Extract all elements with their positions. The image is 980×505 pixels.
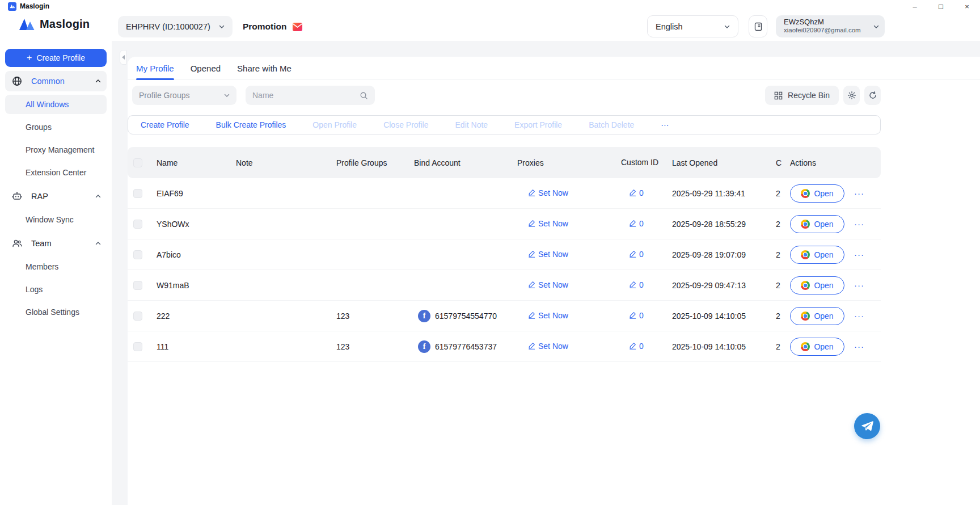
- set-proxy-link[interactable]: Set Now: [528, 250, 568, 259]
- telegram-fab[interactable]: [854, 413, 880, 439]
- sidebar-section-common[interactable]: Common: [5, 71, 107, 91]
- profile-name: A7bico: [148, 250, 227, 259]
- sidebar-item-groups[interactable]: Groups: [5, 117, 107, 137]
- profile-groups-select[interactable]: Profile Groups: [132, 86, 236, 105]
- sidebar-collapse-handle[interactable]: [120, 50, 126, 65]
- row-more-menu[interactable]: ···: [854, 342, 864, 351]
- name-search-input[interactable]: [252, 91, 360, 100]
- toolbar-action-[interactable]: ···: [661, 120, 669, 129]
- toolbar-action-bulk-create-profiles[interactable]: Bulk Create Profiles: [216, 120, 286, 129]
- row-more-menu[interactable]: ···: [854, 219, 864, 229]
- open-profile-button[interactable]: Open: [790, 307, 844, 325]
- custom-id-value: 0: [639, 280, 644, 289]
- close-button[interactable]: ×: [954, 0, 980, 12]
- docs-button[interactable]: [749, 15, 767, 37]
- sidebar-item-proxy-management[interactable]: Proxy Management: [5, 140, 107, 159]
- chrome-icon: [801, 220, 810, 229]
- profile-name: 222: [148, 312, 227, 321]
- custom-id-edit-link[interactable]: 0: [629, 250, 644, 259]
- last-opened-time: 2025-10-09 14:10:05: [664, 312, 768, 321]
- sidebar-item-members[interactable]: Members: [5, 257, 107, 276]
- row-more-menu[interactable]: ···: [854, 250, 864, 259]
- sidebar-section-team[interactable]: Team: [5, 233, 107, 254]
- row-checkbox[interactable]: [133, 189, 142, 198]
- open-profile-button[interactable]: Open: [790, 246, 844, 264]
- sidebar-item-extension-center[interactable]: Extension Center: [5, 163, 107, 182]
- tab-opened[interactable]: Opened: [191, 57, 221, 79]
- profile-name: YShOWx: [148, 220, 227, 229]
- chrome-icon: [801, 281, 810, 290]
- tab-share-with-me[interactable]: Share with Me: [237, 57, 292, 79]
- bulk-actions-toolbar: Create ProfileBulk Create ProfilesOpen P…: [128, 115, 881, 134]
- set-proxy-link[interactable]: Set Now: [528, 342, 568, 351]
- toolbar-action-create-profile[interactable]: Create Profile: [141, 120, 189, 129]
- minimize-button[interactable]: –: [902, 0, 928, 12]
- last-opened-time: 2025-09-28 19:07:09: [664, 250, 768, 259]
- row-more-menu[interactable]: ···: [854, 188, 864, 198]
- custom-id-edit-link[interactable]: 0: [629, 311, 644, 320]
- custom-id-edit-link[interactable]: 0: [629, 342, 644, 351]
- row-more-menu[interactable]: ···: [854, 311, 864, 321]
- row-checkbox[interactable]: [133, 342, 142, 351]
- set-proxy-link[interactable]: Set Now: [528, 311, 568, 320]
- select-all-checkbox[interactable]: [133, 158, 142, 167]
- toolbar-action-batch-delete: Batch Delete: [589, 120, 634, 129]
- promotion-link[interactable]: Promotion: [243, 16, 303, 37]
- sidebar-section-rap[interactable]: RAP: [5, 186, 107, 207]
- maximize-button[interactable]: □: [928, 0, 954, 12]
- user-account-menu[interactable]: EWzSQhzM xiaofei020907@gmail.com: [776, 15, 885, 37]
- chevron-down-icon: [219, 24, 225, 30]
- row-more-menu[interactable]: ···: [854, 280, 864, 290]
- sidebar-item-all-windows[interactable]: All Windows: [5, 95, 107, 114]
- team-selector[interactable]: EHPHRV (ID:1000027): [118, 16, 233, 37]
- row-checkbox[interactable]: [133, 281, 142, 290]
- brand-name: Maslogin: [40, 18, 90, 31]
- profile-name: 111: [148, 342, 227, 351]
- edit-pencil-icon: [629, 281, 636, 288]
- tab-my-profile[interactable]: My Profile: [136, 57, 174, 79]
- custom-id-edit-link[interactable]: 0: [629, 188, 644, 197]
- sidebar-item-global-settings[interactable]: Global Settings: [5, 302, 107, 322]
- sidebar-section-label: Common: [31, 77, 65, 86]
- bind-account: f 61579754554770: [405, 310, 509, 322]
- sidebar-item-window-sync[interactable]: Window Sync: [5, 210, 107, 229]
- open-profile-button[interactable]: Open: [790, 276, 844, 294]
- toolbar-action-open-profile: Open Profile: [312, 120, 357, 129]
- open-profile-button[interactable]: Open: [790, 338, 844, 356]
- row-checkbox[interactable]: [133, 250, 142, 259]
- custom-id-edit-link[interactable]: 0: [629, 219, 644, 228]
- custom-id-value: 0: [639, 311, 644, 320]
- edit-pencil-icon: [528, 312, 535, 319]
- document-icon: [754, 22, 763, 31]
- sidebar-item-logs[interactable]: Logs: [5, 280, 107, 299]
- user-name: EWzSQhzM: [784, 18, 861, 27]
- language-selector[interactable]: English: [647, 15, 738, 37]
- edit-pencil-icon: [629, 189, 636, 196]
- chrome-icon: [801, 250, 810, 259]
- profile-tabs: My ProfileOpenedShare with Me: [128, 57, 980, 80]
- refresh-button[interactable]: [864, 86, 881, 105]
- open-profile-button[interactable]: Open: [790, 184, 844, 203]
- settings-button[interactable]: [843, 86, 860, 105]
- chevron-down-icon: [873, 24, 879, 30]
- search-icon[interactable]: [360, 91, 368, 100]
- created-time-clipped: 2: [768, 250, 782, 259]
- table-row: A7bico Set Now 0 2025-09-28 19:07:09: [128, 239, 881, 270]
- maslogin-logo-icon: [19, 17, 36, 31]
- set-proxy-link[interactable]: Set Now: [528, 280, 568, 289]
- set-proxy-link[interactable]: Set Now: [528, 219, 568, 228]
- facebook-icon: f: [418, 310, 430, 322]
- col-custom-id: Custom ID: [612, 157, 664, 169]
- main-panel: My ProfileOpenedShare with Me Profile Gr…: [128, 57, 980, 505]
- row-checkbox[interactable]: [133, 312, 142, 321]
- open-profile-button[interactable]: Open: [790, 215, 844, 233]
- create-profile-button[interactable]: + Create Profile: [5, 49, 107, 67]
- recycle-bin-button[interactable]: Recycle Bin: [765, 86, 839, 105]
- set-proxy-link[interactable]: Set Now: [528, 188, 568, 197]
- table-row: 111 123 f 61579776453737 Set Now 0: [128, 331, 881, 362]
- row-checkbox[interactable]: [133, 220, 142, 229]
- custom-id-edit-link[interactable]: 0: [629, 280, 644, 289]
- filter-row: Profile Groups: [128, 86, 881, 105]
- promotion-label: Promotion: [243, 22, 287, 32]
- table-row: EIAF69 Set Now 0 2025-09-29 11:39:41: [128, 178, 881, 209]
